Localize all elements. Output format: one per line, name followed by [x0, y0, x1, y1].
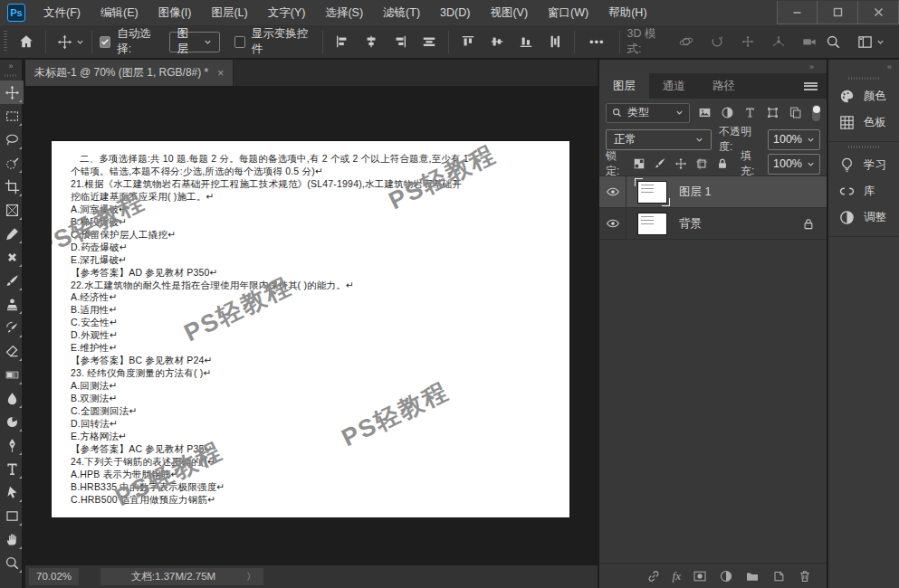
panel-tab-inactive[interactable]: 通道	[649, 73, 699, 99]
more-align-options-button[interactable]: •••	[582, 35, 612, 49]
menubar-item[interactable]: 文件(F)	[33, 0, 91, 25]
filter-shape-layers-icon[interactable]	[766, 106, 779, 119]
dock-panel-button-调整[interactable]: 调整	[828, 204, 899, 231]
filter-type-layers-icon[interactable]	[743, 106, 757, 119]
menubar-item[interactable]: 视图(V)	[480, 0, 538, 25]
zoom-tool[interactable]	[0, 551, 24, 574]
blur-tool[interactable]	[0, 386, 24, 410]
clone-stamp-tool[interactable]	[0, 292, 24, 316]
dock-panel-button-学习[interactable]: 学习	[828, 152, 899, 178]
layer-effects-button[interactable]: fx	[673, 569, 681, 583]
layer-row[interactable]: 图层 1	[599, 176, 827, 208]
gradient-tool[interactable]	[0, 363, 24, 386]
distribute-h-button[interactable]	[417, 30, 441, 53]
lock-position-icon[interactable]	[674, 157, 687, 170]
canvas-area[interactable]: 二、多项选择题:共 10 题.每题 2 分。每题的备选项中,有 2 个或 2 个…	[25, 86, 598, 565]
panel-tab-active[interactable]: 图层	[599, 73, 649, 99]
filter-smart-objects-icon[interactable]	[789, 106, 802, 119]
pen-tool[interactable]	[0, 433, 24, 457]
frame-tool[interactable]	[0, 198, 24, 222]
document-tab[interactable]: 未标题-1 @ 70% (图层 1, RGB/8#) * ×	[25, 60, 234, 86]
align-middle-button[interactable]	[485, 30, 509, 53]
3d-pan-button[interactable]	[736, 30, 760, 53]
panel-menu-button[interactable]	[804, 73, 827, 99]
new-layer-button[interactable]	[771, 569, 786, 583]
align-right-button[interactable]	[388, 30, 412, 53]
adjustment-layer-button[interactable]	[719, 569, 733, 583]
search-button[interactable]	[821, 30, 845, 53]
3d-orbit-button[interactable]	[674, 30, 698, 53]
lock-image-pixels-icon[interactable]	[654, 157, 666, 170]
menubar-item[interactable]: 编辑(E)	[91, 0, 148, 25]
filter-toggle-switch[interactable]	[812, 105, 820, 121]
menubar-item[interactable]: 选择(S)	[315, 0, 373, 25]
dock-group-grip[interactable]	[848, 146, 879, 148]
quick-selection-tool[interactable]	[0, 151, 24, 175]
dock-panel-button-色板[interactable]: 色板	[828, 109, 899, 136]
align-top-button[interactable]	[456, 30, 480, 53]
layer-mask-button[interactable]	[693, 569, 707, 583]
lasso-tool[interactable]	[0, 128, 24, 151]
close-button[interactable]	[858, 1, 899, 24]
document-size-field[interactable]: 文档:1.37M/2.75M 〉	[100, 568, 263, 585]
maximize-button[interactable]	[818, 1, 858, 24]
filter-adjustment-layers-icon[interactable]	[721, 106, 734, 119]
show-transform-checkbox[interactable]	[234, 36, 245, 48]
lock-transparent-pixels-icon[interactable]	[633, 157, 646, 170]
dock-collapse-button[interactable]: «	[828, 60, 899, 73]
3d-roll-button[interactable]	[705, 30, 729, 53]
dock-panel-button-库[interactable]: 库	[828, 178, 899, 204]
3d-camera-button[interactable]	[798, 30, 821, 53]
panel-tab-inactive[interactable]: 路径	[699, 73, 749, 99]
menubar-item[interactable]: 文字(Y)	[258, 0, 316, 25]
align-left-button[interactable]	[330, 30, 354, 53]
menubar-item[interactable]: 帮助(H)	[598, 0, 656, 25]
panel-collapse-button[interactable]: »	[599, 60, 827, 73]
fill-dropdown[interactable]: 100%	[768, 154, 820, 175]
options-bar-grip[interactable]	[4, 31, 7, 52]
dodge-tool[interactable]	[0, 410, 24, 433]
auto-select-checkbox[interactable]	[100, 36, 110, 48]
menubar-item[interactable]: 3D(D)	[430, 0, 480, 25]
lock-all-icon[interactable]	[716, 157, 729, 170]
auto-select-target-dropdown[interactable]: 图层	[169, 32, 220, 52]
filter-type-dropdown[interactable]: 类型	[606, 103, 690, 123]
minimize-button[interactable]	[777, 1, 818, 24]
menubar-item[interactable]: 滤镜(T)	[373, 0, 430, 25]
layer-group-button[interactable]	[745, 569, 760, 583]
crop-tool[interactable]	[0, 175, 24, 198]
lock-artboard-icon[interactable]	[695, 157, 708, 170]
filter-pixel-layers-icon[interactable]	[698, 106, 712, 119]
layer-row[interactable]: 背景	[599, 208, 827, 240]
path-selection-tool[interactable]	[0, 480, 24, 504]
distribute-v-button[interactable]	[543, 30, 567, 53]
status-expander-icon[interactable]: 〉	[246, 568, 263, 585]
zoom-level-field[interactable]: 70.02%	[29, 568, 79, 585]
chevron-down-icon[interactable]	[76, 38, 84, 46]
layer-visibility-toggle[interactable]	[599, 208, 626, 239]
menubar-item[interactable]: 图层(L)	[201, 0, 257, 25]
history-brush-tool[interactable]	[0, 316, 24, 339]
workspace-switcher-button[interactable]	[857, 30, 885, 53]
hand-tool[interactable]	[0, 527, 24, 551]
tool-preset-button[interactable]	[53, 30, 76, 53]
eyedropper-tool[interactable]	[0, 222, 24, 245]
layer-visibility-toggle[interactable]	[599, 176, 626, 207]
opacity-dropdown[interactable]: 100%	[768, 129, 820, 150]
rectangle-tool[interactable]	[0, 504, 24, 527]
dock-panel-button-颜色[interactable]: 颜色	[828, 83, 899, 109]
tab-close-icon[interactable]: ×	[217, 67, 224, 80]
type-tool[interactable]	[0, 457, 24, 480]
marquee-tool[interactable]	[0, 104, 24, 128]
home-button[interactable]	[14, 30, 38, 53]
dock-group-grip[interactable]	[848, 77, 879, 80]
blend-mode-dropdown[interactable]: 正常	[606, 129, 712, 150]
document-page[interactable]: 二、多项选择题:共 10 题.每题 2 分。每题的备选项中,有 2 个或 2 个…	[52, 141, 569, 517]
align-center-h-button[interactable]	[359, 30, 383, 53]
menubar-item[interactable]: 窗口(W)	[538, 0, 598, 25]
align-bottom-button[interactable]	[514, 30, 538, 53]
layer-thumbnail[interactable]	[635, 210, 670, 238]
healing-brush-tool[interactable]	[0, 245, 24, 269]
delete-layer-button[interactable]	[798, 569, 812, 583]
3d-slide-button[interactable]	[767, 30, 790, 53]
